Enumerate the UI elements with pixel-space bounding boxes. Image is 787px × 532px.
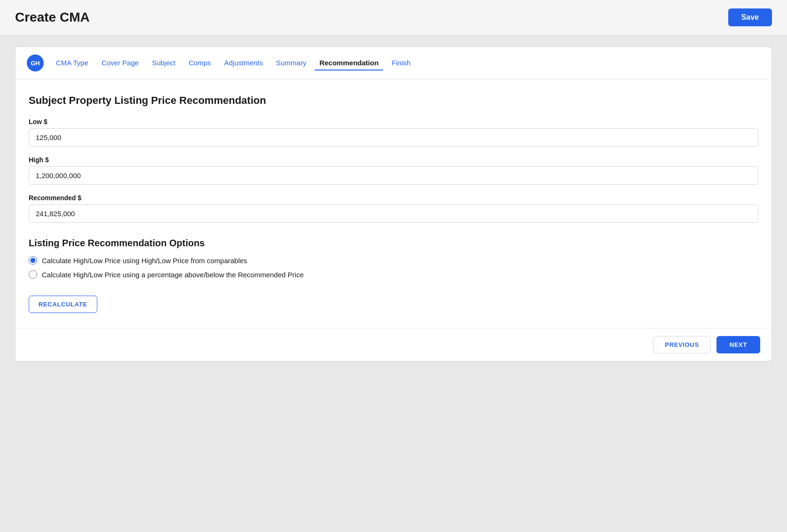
radio-option-2[interactable]: Calculate High/Low Price using a percent… [29,270,758,279]
recommended-label: Recommended $ [29,194,758,202]
main-card: GH CMA Type Cover Page Subject Comps Adj… [15,47,772,361]
previous-button[interactable]: PREVIOUS [653,336,710,353]
tab-finish[interactable]: Finish [387,56,415,70]
options-section: Listing Price Recommendation Options Cal… [29,238,758,279]
tab-recommendation[interactable]: Recommendation [315,56,383,70]
card-footer: PREVIOUS NEXT [16,328,771,361]
avatar: GH [27,55,44,71]
recalculate-button[interactable]: RECALCULATE [29,296,97,313]
save-button[interactable]: Save [728,8,772,26]
page-title: Create CMA [15,10,90,25]
tab-adjustments[interactable]: Adjustments [220,56,268,70]
high-input[interactable] [29,166,758,185]
low-input[interactable] [29,128,758,147]
tab-summary[interactable]: Summary [271,56,311,70]
next-button[interactable]: NEXT [716,336,760,353]
radio-option-1-label: Calculate High/Low Price using High/Low … [42,257,247,265]
page-header: Create CMA Save [0,0,787,35]
radio-option-2-input[interactable] [29,270,37,279]
low-field-group: Low $ [29,118,758,147]
radio-option-1-input[interactable] [29,256,37,265]
radio-option-1[interactable]: Calculate High/Low Price using High/Low … [29,256,758,265]
tabs-row: GH CMA Type Cover Page Subject Comps Adj… [16,47,771,79]
recommended-input[interactable] [29,204,758,223]
recommended-field-group: Recommended $ [29,194,758,223]
options-title: Listing Price Recommendation Options [29,238,758,249]
high-field-group: High $ [29,156,758,185]
tab-cover-page[interactable]: Cover Page [97,56,143,70]
low-label: Low $ [29,118,758,125]
radio-option-2-label: Calculate High/Low Price using a percent… [42,271,304,279]
card-body: Subject Property Listing Price Recommend… [16,79,771,328]
tab-subject[interactable]: Subject [147,56,180,70]
section-title: Subject Property Listing Price Recommend… [29,94,758,107]
high-label: High $ [29,156,758,164]
main-content: GH CMA Type Cover Page Subject Comps Adj… [0,35,787,532]
tab-comps[interactable]: Comps [184,56,216,70]
tab-cma-type[interactable]: CMA Type [51,56,93,70]
